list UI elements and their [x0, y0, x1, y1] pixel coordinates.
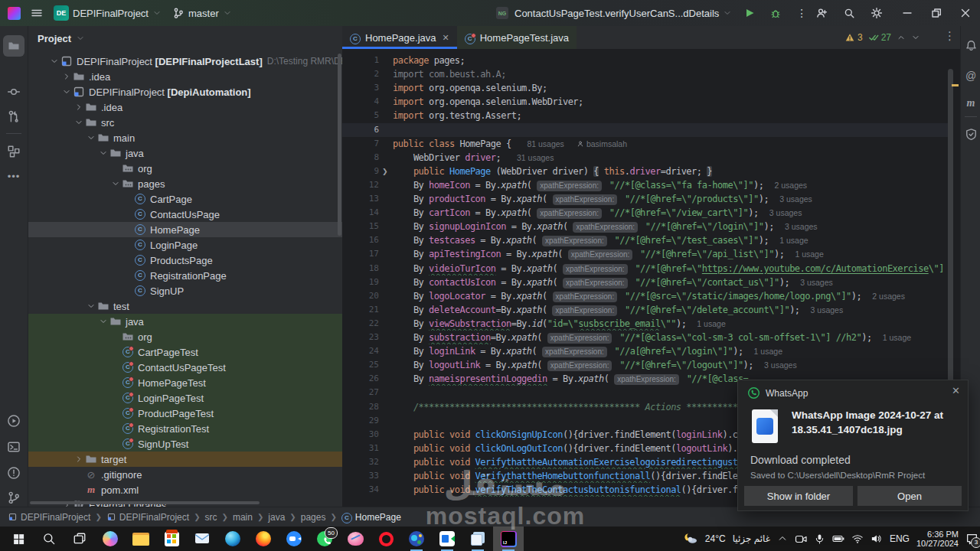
- git-tool-icon[interactable]: [3, 487, 24, 508]
- code-line-6[interactable]: [393, 123, 945, 137]
- taskbar-store-icon[interactable]: [156, 527, 187, 551]
- code-line-16[interactable]: By testcases = By.xpath( xpathExpression…: [393, 233, 945, 247]
- code-line-19[interactable]: By contactUsIcon = By.xpath( xpathExpres…: [393, 276, 945, 289]
- weather-icon[interactable]: [681, 532, 698, 546]
- tree-item-signuptest[interactable]: CSignUpTest: [28, 436, 342, 452]
- code-line-14[interactable]: By cartIcon = By.xpath( xpathExpression:…: [393, 206, 945, 220]
- tree-item-main[interactable]: main: [28, 130, 342, 145]
- ai-assistant-icon[interactable]: @: [961, 66, 980, 86]
- code-line-23[interactable]: By substraction=By.xpath( xpathExpressio…: [393, 331, 945, 344]
- run-configuration-selector[interactable]: ContactUsPageTest.verifyUserCanS...dDeta…: [511, 3, 735, 23]
- code-line-4[interactable]: import org.openqa.selenium.WebDriver;: [393, 95, 945, 109]
- code-line-21[interactable]: By deleteAccount=By.xpath( xpathExpressi…: [393, 303, 945, 317]
- microphone-icon[interactable]: [814, 533, 825, 545]
- open-button[interactable]: Open: [858, 486, 962, 506]
- tree-item-loginpagetest[interactable]: CLoginPageTest: [28, 390, 342, 406]
- tree-item-homepage[interactable]: CHomePage: [28, 222, 342, 237]
- terminal-tool-icon[interactable]: [3, 436, 24, 458]
- notification-center-icon[interactable]: 3: [965, 533, 978, 546]
- tree-vertical-scrollbar[interactable]: [338, 54, 341, 236]
- taskbar-mail-icon[interactable]: [187, 527, 217, 551]
- minimize-button[interactable]: [893, 0, 922, 26]
- clock[interactable]: 6:36 PM10/27/2024: [916, 530, 959, 548]
- tree-item-depifinalproject[interactable]: DEPIFinalProject [DEPIFinalProjectLast] …: [28, 54, 342, 69]
- weather-temp[interactable]: 24°C: [705, 533, 726, 544]
- tree-item-java[interactable]: java: [28, 145, 342, 161]
- taskbar-notes-icon[interactable]: [462, 527, 493, 551]
- tree-expanded-icon[interactable]: [85, 133, 97, 142]
- meet-now-icon[interactable]: [795, 533, 807, 545]
- inspection-widget[interactable]: 3 27: [844, 32, 920, 43]
- taskbar-edge-icon[interactable]: [217, 527, 248, 551]
- breadcrumb-main[interactable]: main: [233, 512, 253, 523]
- warning-stripe-mark[interactable]: [952, 84, 959, 86]
- tree-item-.gitignore[interactable]: ⊘.gitignore: [28, 467, 342, 482]
- tree-item-contactuspage[interactable]: CContactUsPage: [28, 207, 342, 222]
- tree-item-org[interactable]: org: [28, 329, 342, 344]
- tree-item-.idea[interactable]: .idea: [28, 69, 342, 84]
- tree-item-productspage[interactable]: CProductsPage: [28, 253, 342, 268]
- breadcrumb-src[interactable]: src: [205, 512, 217, 523]
- run-button[interactable]: [738, 2, 761, 24]
- tree-item-contactuspagetest[interactable]: CContactUsPageTest: [28, 360, 342, 375]
- more-tools-icon[interactable]: •••: [3, 165, 24, 187]
- code-line-22[interactable]: By viewSubstraction=By.id("id=\"susbscri…: [393, 317, 945, 331]
- tree-expanded-icon[interactable]: [97, 317, 109, 326]
- tab-homepagetest-java[interactable]: CHomePageTest.java: [457, 26, 577, 49]
- battery-icon[interactable]: [832, 533, 844, 545]
- code-line-2[interactable]: import com.beust.ah.A;: [393, 67, 945, 81]
- taskbar-zoom-icon[interactable]: [279, 527, 309, 551]
- code-line-12[interactable]: By homeIcon = By.xpath( xpathExpression:…: [393, 178, 945, 192]
- taskbar-google-meet-icon[interactable]: [432, 527, 462, 551]
- language-indicator[interactable]: ENG: [890, 533, 910, 544]
- problems-tool-icon[interactable]: [3, 462, 24, 484]
- taskbar-whatsapp-icon[interactable]: 50: [309, 527, 340, 551]
- taskbar-file-explorer-icon[interactable]: [126, 527, 156, 551]
- toast-close-icon[interactable]: ✕: [952, 385, 960, 396]
- restore-button[interactable]: [922, 0, 951, 26]
- structure-tool-icon[interactable]: [3, 141, 24, 162]
- taskbar-intellij-idea-icon[interactable]: IJ: [493, 527, 524, 551]
- tree-item-.idea[interactable]: .idea: [28, 99, 342, 115]
- project-panel-header[interactable]: Project: [28, 26, 342, 51]
- taskbar-search-icon[interactable]: [34, 527, 64, 551]
- tree-horizontal-scrollbar[interactable]: [30, 501, 260, 504]
- tree-item-registrationtest[interactable]: CRegistrationTest: [28, 421, 342, 436]
- tree-item-pages[interactable]: pages: [28, 176, 342, 191]
- code-line-18[interactable]: By videioTurIcon = By.xpath( xpathExpres…: [393, 262, 945, 276]
- taskbar-firefox-icon[interactable]: [248, 527, 279, 551]
- tree-collapsed-icon[interactable]: [60, 72, 73, 81]
- code-line-3[interactable]: import org.openqa.selenium.By;: [393, 81, 945, 95]
- tree-item-homepagetest[interactable]: CHomePageTest: [28, 375, 342, 390]
- tab-homepage-java[interactable]: CHomePage.java✕: [342, 26, 457, 49]
- prev-problem-icon[interactable]: [897, 33, 906, 42]
- main-menu-button[interactable]: [25, 2, 48, 24]
- project-tool-icon[interactable]: [3, 35, 24, 57]
- tree-item-cartpagetest[interactable]: CCartPageTest: [28, 344, 342, 360]
- tree-item-java[interactable]: java: [28, 314, 342, 329]
- tree-item-src[interactable]: src: [28, 115, 342, 130]
- tree-item-org[interactable]: org: [28, 161, 342, 176]
- breadcrumb-pages[interactable]: pages: [301, 512, 326, 523]
- taskbar-copilot-icon[interactable]: [95, 527, 126, 551]
- weather-condition[interactable]: غائم جزئيا: [733, 533, 770, 544]
- breadcrumb-depifinalproject[interactable]: DEPIFinalProject: [8, 512, 90, 523]
- code-line-15[interactable]: By signupLoginIcon = By.xpath( xpathExpr…: [393, 220, 945, 233]
- code-line-5[interactable]: import org.testng.Assert;: [393, 109, 945, 122]
- code-line-7[interactable]: public class HomePage { 81 usagesbasimsa…: [393, 137, 945, 151]
- breadcrumb-homepage[interactable]: CHomePage: [341, 511, 401, 523]
- tree-item-cartpage[interactable]: CCartPage: [28, 191, 342, 207]
- tree-collapsed-icon[interactable]: [73, 103, 85, 112]
- tree-expanded-icon[interactable]: [48, 57, 60, 66]
- pull-requests-tool-icon[interactable]: [3, 106, 24, 127]
- tree-expanded-icon[interactable]: [109, 179, 122, 188]
- code-line-8[interactable]: WebDriver driver; 31 usages: [393, 151, 945, 165]
- code-line-24[interactable]: By loginLink = By.xpath( xpathExpression…: [393, 344, 945, 358]
- run-tool-icon[interactable]: [3, 410, 24, 432]
- tree-item-depifinalproject[interactable]: DEPIFinalProject [DepiAutomation]: [28, 84, 342, 99]
- settings-button[interactable]: [865, 2, 888, 24]
- project-widget[interactable]: DE DEPIFinalProject: [48, 3, 167, 23]
- show-in-folder-button[interactable]: Show in folder: [744, 486, 853, 506]
- tree-collapsed-icon[interactable]: [73, 455, 85, 464]
- next-problem-icon[interactable]: [911, 33, 920, 42]
